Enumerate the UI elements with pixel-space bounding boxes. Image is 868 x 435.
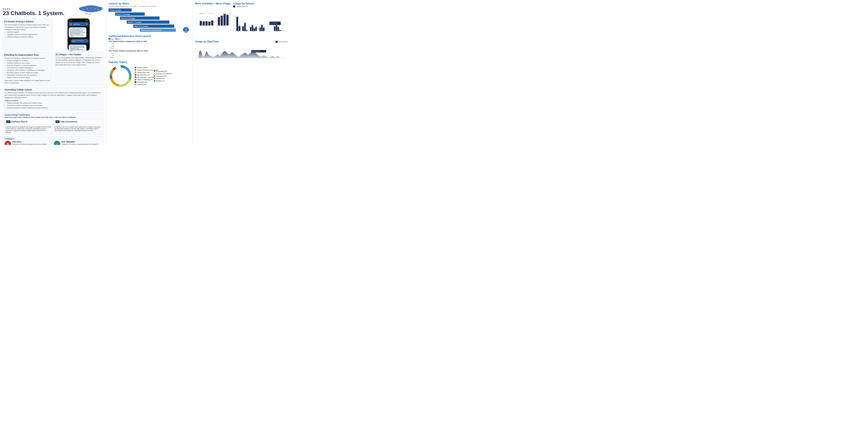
launch-wave-subtitle: Stacked implementation over 18 months – … bbox=[108, 5, 191, 7]
svg-text:20.47: 20.47 bbox=[259, 27, 261, 28]
svg-text:outside of business hours: outside of business hours bbox=[252, 52, 260, 52]
svg-text:OCC: OCC bbox=[85, 13, 88, 14]
team-section: Building the Implementation Team For the… bbox=[3, 52, 53, 86]
svg-rect-58 bbox=[239, 26, 241, 31]
wave-row-a: Wave A: 2 Colleges bbox=[108, 12, 191, 16]
svg-text:54.64: 54.64 bbox=[244, 22, 246, 23]
svg-text:28.52: 28.52 bbox=[242, 26, 244, 26]
svg-text:~45% of all interactions are: ~45% of all interactions are bbox=[252, 51, 260, 51]
svg-text:29.23: 29.23 bbox=[274, 26, 275, 26]
svg-text:30.51: 30.51 bbox=[239, 25, 241, 26]
call-reduction-title: Call/Email Reduction Post-Launch bbox=[108, 35, 191, 38]
phone-bar-chart: June 4221 1541 July bbox=[108, 53, 191, 58]
svg-rect-80 bbox=[269, 22, 281, 25]
wave-row-post: Post-Launch and Enterprise YOUAREHERE bbox=[108, 29, 191, 32]
tidewater-info: Ask Tidewater Tidewater Community Colleg… bbox=[62, 141, 102, 145]
wave-row-b: Wave B: 8 Colleges bbox=[108, 17, 191, 20]
svg-text:36.50: 36.50 bbox=[252, 24, 253, 25]
chatbots-section: Chatbots G Ask Grizz Germanna Community … bbox=[3, 136, 103, 145]
popular-topics: Popular Topics bbox=[108, 61, 191, 88]
challenges-grid: #1 Customer Buy-in #2 Data Consistency G… bbox=[5, 119, 102, 133]
svg-marker-103 bbox=[197, 50, 286, 58]
svg-text:67.5: 67.5 bbox=[196, 17, 197, 18]
usage-school-legend-row: Active Users % bbox=[233, 5, 287, 7]
svg-text:GCC: GCC bbox=[88, 13, 91, 15]
section-bar2 bbox=[5, 54, 5, 56]
chat-bot-2: The college will be closed from November… bbox=[69, 44, 87, 52]
wave-bar-d: Wave D: 4 Colleges bbox=[133, 25, 175, 28]
svg-rect-31 bbox=[200, 21, 202, 26]
svg-marker-0 bbox=[79, 5, 102, 12]
grizz-icon: G bbox=[70, 23, 72, 26]
virginia-map: OCC GCC bbox=[78, 2, 103, 17]
wave-bars: 2 Pilot Colleges Wave A: 2 Colleges Wave… bbox=[108, 8, 191, 32]
challenge-1: #1 Customer Buy-in bbox=[5, 119, 53, 125]
colleges-section-body: VCCS, facing typical community college u… bbox=[56, 57, 102, 66]
challenges-section: Overcoming Challenges While this project… bbox=[3, 112, 103, 135]
phone-status: 9:41●●● bbox=[69, 20, 88, 21]
svg-rect-64 bbox=[246, 30, 248, 31]
svg-text:25%: 25% bbox=[234, 28, 235, 29]
svg-rect-56 bbox=[237, 17, 238, 31]
call-reduction: Call/Email Reduction Post-Launch 2022 20… bbox=[108, 35, 191, 59]
usage-school-container: Usage by School Active Users % 100% 75% … bbox=[233, 2, 287, 39]
middle-panel: Launch by Wave Stacked implementation ov… bbox=[106, 0, 193, 145]
legend-financial: Financial 14% bbox=[135, 84, 158, 86]
challenge-1-body: Gaining customer acceptance was tough, a… bbox=[5, 126, 53, 133]
svg-text:525: 525 bbox=[195, 51, 196, 52]
svg-text:Bottom 5 School: Bottom 5 School bbox=[203, 25, 208, 26]
svg-text:5.21: 5.21 bbox=[246, 29, 247, 30]
usage-school-chart: 100% 75% 50% 25% 0% 80.79 bbox=[233, 8, 287, 39]
email-bar-chart: June 3404 4428 July bbox=[108, 43, 191, 49]
vccs-header: VCCS 23 Chatbots. 1 System. OCC GCC bbox=[3, 2, 103, 17]
phone-chart-title: TCC Phone Volume Comparison 2022 vs 2023 bbox=[108, 50, 191, 52]
svg-text:23.00: 23.00 bbox=[250, 26, 252, 27]
usage-daytime-chart: 700 525 350 175 0 ~45% of al bbox=[195, 43, 287, 64]
usage-daytime-legend: # of Convos bbox=[276, 41, 287, 43]
svg-point-6 bbox=[98, 9, 99, 10]
svg-text:16.50: 16.50 bbox=[253, 27, 255, 28]
svg-point-5 bbox=[95, 8, 95, 9]
svg-rect-83 bbox=[274, 27, 275, 31]
challenge-1-header: #1 Customer Buy-in bbox=[6, 120, 27, 123]
cohorts-section: Assembling College Cohorts For efficient… bbox=[3, 87, 103, 111]
svg-text:100%: 100% bbox=[234, 15, 236, 17]
content-grid: A System Seeking a Solution The VCCS beg… bbox=[3, 19, 103, 145]
system-section: A System Seeking a Solution The VCCS beg… bbox=[3, 19, 53, 51]
team-section-body: For the VCCS project, collaboration w/ I… bbox=[5, 57, 51, 84]
svg-text:35.47: 35.47 bbox=[275, 24, 277, 25]
svg-text:0%: 0% bbox=[234, 30, 235, 31]
visibility-svg: 90 67.5 45 22.5 0 30000 22500 15000 7500… bbox=[195, 5, 231, 34]
svg-rect-62 bbox=[244, 23, 246, 31]
svg-text:20.75: 20.75 bbox=[263, 27, 265, 27]
svg-text:80.79: 80.79 bbox=[237, 16, 238, 17]
svg-rect-85 bbox=[276, 25, 277, 31]
colleges-section: 23 Colleges – One Chatbot VCCS, facing t… bbox=[54, 52, 104, 86]
usage-school-title: Usage by School bbox=[233, 2, 287, 5]
right-top: More Visibility = More Usage 90 67.5 45 … bbox=[195, 2, 287, 39]
section-bar bbox=[5, 20, 5, 23]
donut-svg bbox=[108, 64, 133, 88]
svg-text:15000: 15000 bbox=[228, 20, 230, 21]
svg-text:Top 5 Schools: Top 5 Schools bbox=[220, 25, 225, 26]
svg-text:26.49: 26.49 bbox=[277, 26, 279, 27]
usage-daytime-legend-label: # of Convos bbox=[279, 41, 287, 42]
svg-rect-72 bbox=[255, 27, 257, 31]
legend-admissions: Admissions 9% bbox=[154, 75, 172, 77]
phone-july-row: July 7265 1929 bbox=[108, 55, 191, 56]
svg-text:0: 0 bbox=[196, 25, 196, 26]
you-are-here-badge: YOUAREHERE bbox=[183, 27, 189, 33]
svg-point-4 bbox=[91, 8, 91, 9]
system-section-title: A System Seeking a Solution bbox=[5, 20, 51, 23]
system-bullets: real-time support integration with our c… bbox=[5, 31, 51, 38]
svg-rect-89 bbox=[279, 30, 281, 31]
usage-daytime-title: Usage by Day/Time bbox=[195, 40, 219, 43]
svg-rect-76 bbox=[261, 25, 263, 31]
legend-advisors: Advisors 9% bbox=[154, 77, 172, 80]
team-section-title: Building the Implementation Team bbox=[5, 54, 51, 56]
svg-rect-74 bbox=[259, 28, 261, 31]
svg-rect-32 bbox=[203, 21, 205, 25]
chat-user-1: when is Thanksgiving break? bbox=[71, 39, 88, 43]
svg-rect-78 bbox=[263, 28, 265, 31]
chatbots-title: Chatbots bbox=[5, 137, 102, 140]
